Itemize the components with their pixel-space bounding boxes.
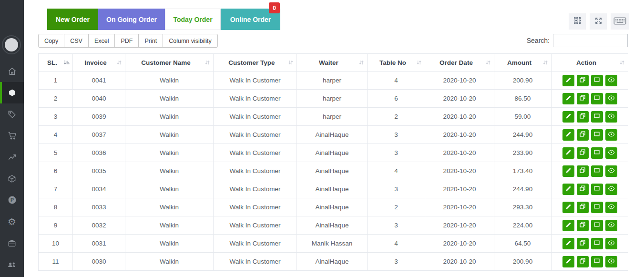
copy-order-button[interactable]: [577, 93, 589, 104]
order-row[interactable]: 8 0033 Walkin Walk In Customer AinalHaqu…: [39, 198, 628, 216]
invoice-order-button[interactable]: [591, 147, 603, 159]
view-order-button[interactable]: [605, 129, 617, 141]
copy-order-button[interactable]: [577, 220, 589, 231]
order-row[interactable]: 10 0031 Walkin Walk In Customer Manik Ha…: [39, 235, 628, 253]
column-header[interactable]: Order Date: [425, 54, 494, 72]
copy-order-button[interactable]: [577, 256, 589, 267]
edit-order-button[interactable]: [562, 129, 574, 141]
column-header[interactable]: Customer Name: [125, 54, 214, 72]
export-button[interactable]: PDF: [114, 34, 139, 48]
column-header[interactable]: Waiter: [297, 54, 368, 72]
invoice-order-button[interactable]: [591, 75, 603, 86]
export-button[interactable]: Excel: [88, 34, 115, 48]
tab-ongoing-order[interactable]: On Going Order: [98, 9, 165, 30]
tab-online-order[interactable]: Online Order 0: [221, 9, 280, 30]
sidebar-item-orders[interactable]: [0, 82, 24, 103]
tab-new-order[interactable]: New Order: [47, 9, 98, 30]
fullscreen-button[interactable]: [590, 13, 607, 30]
invoice-order-button[interactable]: [591, 256, 603, 267]
sidebar-item-pos[interactable]: P: [0, 189, 24, 211]
invoice-order-button[interactable]: [591, 238, 603, 249]
column-header[interactable]: Action: [552, 54, 628, 72]
order-row[interactable]: 3 0039 Walkin Walk In Customer harper 2 …: [39, 108, 628, 126]
view-order-button[interactable]: [605, 256, 617, 267]
order-row[interactable]: 1 0041 Walkin Walk In Customer harper 4 …: [39, 72, 628, 90]
copy-icon: [579, 203, 586, 211]
view-order-button[interactable]: [605, 75, 617, 86]
column-header[interactable]: SL.: [39, 54, 73, 72]
view-order-button[interactable]: [605, 184, 617, 195]
copy-icon: [579, 185, 586, 193]
edit-order-button[interactable]: [562, 202, 574, 213]
sort-icon: [619, 59, 625, 66]
view-order-button[interactable]: [605, 165, 617, 177]
sidebar-item-tags[interactable]: [0, 103, 24, 125]
edit-order-button[interactable]: [562, 238, 574, 249]
edit-order-button[interactable]: [562, 147, 574, 159]
view-order-button[interactable]: [605, 202, 617, 213]
user-avatar[interactable]: [2, 35, 21, 54]
view-order-button[interactable]: [605, 220, 617, 231]
view-order-button[interactable]: [605, 238, 617, 249]
column-header[interactable]: Customer Type: [214, 54, 297, 72]
sidebar-item-users[interactable]: [0, 254, 24, 275]
action-buttons: [553, 93, 626, 104]
column-header[interactable]: Table No: [368, 54, 425, 72]
copy-order-button[interactable]: [577, 184, 589, 195]
column-header[interactable]: Amount: [494, 54, 552, 72]
export-button[interactable]: Column visibility: [163, 34, 218, 48]
copy-order-button[interactable]: [577, 202, 589, 213]
sidebar-item-reports[interactable]: [0, 146, 24, 168]
sidebar-item-business[interactable]: [0, 232, 24, 254]
sidebar-item-products[interactable]: [0, 168, 24, 189]
export-button[interactable]: CSV: [64, 34, 89, 48]
order-row[interactable]: 4 0037 Walkin Walk In Customer AinalHaqu…: [39, 126, 628, 144]
edit-order-button[interactable]: [562, 165, 574, 177]
cell-sl: 3: [39, 108, 73, 126]
invoice-order-button[interactable]: [591, 93, 603, 104]
export-button[interactable]: Print: [138, 34, 163, 48]
edit-order-button[interactable]: [562, 111, 574, 123]
cell-action: [552, 72, 628, 90]
copy-order-button[interactable]: [577, 238, 589, 249]
invoice-order-button[interactable]: [591, 202, 603, 213]
sidebar-item-home[interactable]: [0, 61, 24, 82]
invoice-order-button[interactable]: [591, 129, 603, 141]
grid-menu-button[interactable]: [569, 13, 586, 30]
invoice-order-button[interactable]: [591, 165, 603, 177]
sort-icon: [288, 59, 294, 66]
order-row[interactable]: 2 0040 Walkin Walk In Customer harper 6 …: [39, 90, 628, 108]
invoice-order-button[interactable]: [591, 220, 603, 231]
order-row[interactable]: 11 0030 Walkin Walk In Customer AinalHaq…: [39, 253, 628, 271]
export-button[interactable]: Copy: [38, 34, 64, 48]
cell-customer-name: Walkin: [125, 180, 214, 198]
view-order-button[interactable]: [605, 147, 617, 159]
edit-order-button[interactable]: [562, 93, 574, 104]
sidebar-item-settings[interactable]: ⚙: [0, 211, 24, 232]
tab-today-order[interactable]: Today Order: [165, 9, 221, 30]
order-row[interactable]: 6 0035 Walkin Walk In Customer AinalHaqu…: [39, 162, 628, 180]
order-row[interactable]: 9 0032 Walkin Walk In Customer AinalHaqu…: [39, 216, 628, 235]
order-row[interactable]: 5 0036 Walkin Walk In Customer AinalHaqu…: [39, 144, 628, 162]
edit-order-button[interactable]: [562, 75, 574, 86]
copy-order-button[interactable]: [577, 147, 589, 159]
copy-order-button[interactable]: [577, 129, 589, 141]
copy-order-button[interactable]: [577, 165, 589, 177]
edit-order-button[interactable]: [562, 256, 574, 267]
invoice-order-button[interactable]: [591, 111, 603, 123]
search-input[interactable]: [553, 34, 628, 47]
view-order-button[interactable]: [605, 111, 617, 123]
pos-p-icon: P: [8, 195, 17, 205]
copy-order-button[interactable]: [577, 111, 589, 123]
view-order-button[interactable]: [605, 93, 617, 104]
column-header[interactable]: Invoice: [73, 54, 125, 72]
edit-order-button[interactable]: [562, 220, 574, 231]
order-row[interactable]: 7 0034 Walkin Walk In Customer AinalHaqu…: [39, 180, 628, 198]
view-eye-icon: [608, 239, 615, 248]
invoice-order-button[interactable]: [591, 184, 603, 195]
edit-pencil-icon: [565, 222, 572, 229]
copy-order-button[interactable]: [577, 75, 589, 86]
keyboard-button[interactable]: [611, 13, 629, 30]
edit-order-button[interactable]: [562, 184, 574, 195]
sidebar-item-cart[interactable]: [0, 125, 24, 146]
